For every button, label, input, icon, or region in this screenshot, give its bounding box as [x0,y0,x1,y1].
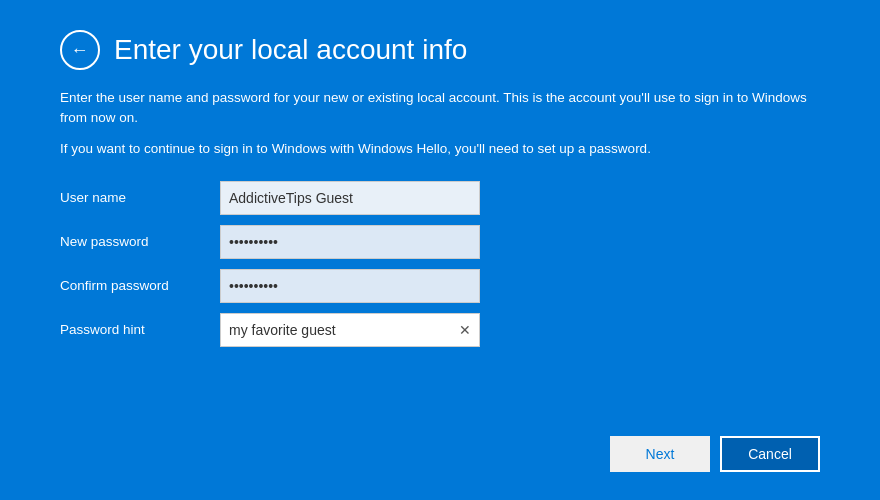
username-input[interactable] [220,181,480,215]
description-line1: Enter the user name and password for you… [60,88,820,129]
next-button[interactable]: Next [610,436,710,472]
new-password-row: New password [60,225,820,259]
new-password-label: New password [60,234,220,249]
description-line2: If you want to continue to sign in to Wi… [60,139,820,159]
hint-input-wrapper: ✕ [220,313,480,347]
confirm-password-row: Confirm password [60,269,820,303]
password-hint-row: Password hint ✕ [60,313,820,347]
page-container: ← Enter your local account info Enter th… [0,0,880,500]
back-arrow-icon: ← [71,41,89,59]
username-row: User name [60,181,820,215]
username-label: User name [60,190,220,205]
cancel-button[interactable]: Cancel [720,436,820,472]
buttons-row: Next Cancel [610,436,820,472]
form-section: User name New password Confirm password … [60,181,820,357]
header-row: ← Enter your local account info [60,30,820,70]
password-hint-input[interactable] [220,313,480,347]
hint-clear-button[interactable]: ✕ [456,321,474,339]
new-password-input[interactable] [220,225,480,259]
page-title: Enter your local account info [114,34,467,66]
confirm-password-input[interactable] [220,269,480,303]
back-button[interactable]: ← [60,30,100,70]
confirm-password-label: Confirm password [60,278,220,293]
password-hint-label: Password hint [60,322,220,337]
